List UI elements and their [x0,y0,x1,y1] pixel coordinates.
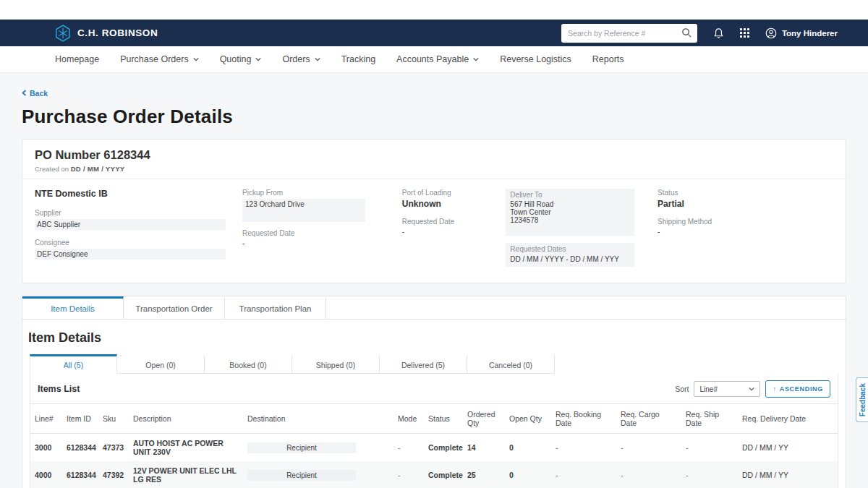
cell-status: Complete [424,461,463,488]
cell-status: Complete [424,434,463,462]
shipping-method-value: - [658,228,833,236]
cell-line: 3000 [30,434,62,462]
cell-destination: Recipient [243,434,393,462]
top-margin [0,0,868,20]
col-description: Description [129,404,243,434]
notifications-button[interactable] [713,27,724,39]
consignee-label: Consignee [35,239,242,247]
sort-label: Sort [675,385,689,393]
tab-transportation-order[interactable]: Transportation Order [124,296,225,319]
cell-req-ship-date: - [681,434,738,462]
status-label: Status [658,189,833,197]
requested-dates-block: Requested Dates DD / MM / YYYY - DD / MM… [506,243,634,267]
supplier-value: ABC Supplier [35,219,226,230]
nav-item-homepage[interactable]: Homepage [55,54,99,64]
tab-transportation-plan[interactable]: Transportation Plan [225,296,326,319]
col-req-delivery-date: Req. Delivery Date [738,404,838,434]
col-req-cargo-date: Req. Cargo Date [616,404,681,434]
cell-description: 12V POWER UNIT ELEC LHL LG RES [129,461,243,488]
order-type: NTE Domestic IB [35,189,242,199]
filter-tab-booked[interactable]: Booked (0) [205,354,292,374]
chrobinson-logo-icon [55,25,71,42]
pickup-from-label: Pickup From [242,189,402,197]
col-mode: Mode [393,404,424,434]
tab-item-details[interactable]: Item Details [22,296,124,319]
col-open-qty: Open Qty [505,404,551,434]
nav-item-quoting[interactable]: Quoting [220,54,262,64]
table-header-row: Line# Item ID Sku Description Destinatio… [30,404,838,434]
sort-select[interactable]: Line# [694,381,760,397]
filter-tab-all[interactable]: All (5) [30,354,117,374]
port-requested-date-label: Requested Date [402,218,506,226]
status-column: Status Partial Shipping Method - [658,189,833,268]
feedback-button[interactable]: Feedback [856,377,868,422]
cell-mode: - [393,434,424,462]
sort-selected-value: Line# [699,385,717,393]
brand[interactable]: C.H. ROBINSON [55,25,158,42]
pickup-column: Pickup From 123 Orchard Drive Requested … [242,189,402,268]
arrow-up-icon: ↑ [773,385,776,393]
cell-line: 4000 [30,461,62,488]
search-input[interactable] [561,24,697,43]
po-parties-column: NTE Domestic IB Supplier ABC Supplier Co… [35,189,242,268]
col-line: Line# [30,404,62,434]
user-menu[interactable]: Tony Hinderer [765,27,838,39]
cell-ordered-qty: 25 [463,461,505,488]
filter-tab-open[interactable]: Open (0) [117,354,205,374]
col-destination: Destination [243,404,393,434]
bell-icon [713,27,724,39]
cell-req-delivery-date: DD / MM / YY [738,461,838,488]
cell-open-qty: 0 [505,461,551,488]
cell-req-delivery-date: DD / MM / YY [738,434,838,462]
main-nav: Homepage Purchase Orders Quoting Orders … [0,46,868,73]
port-of-loading-column: Port of Loading Unknown Requested Date - [402,189,506,268]
po-summary-card: PO Number 6128344 Created on DD / MM / Y… [22,139,846,283]
col-sku: Sku [98,404,129,434]
cell-req-ship-date: - [681,461,738,488]
deliver-to-block: Deliver To 567 Hill Road Town Center 123… [506,189,634,236]
nav-item-tracking[interactable]: Tracking [341,54,375,64]
port-requested-date-value: - [402,228,506,236]
col-item-id: Item ID [62,404,98,434]
nav-item-reverse-logistics[interactable]: Reverse Logistics [500,54,571,64]
page-title: Purchase Order Details [22,106,846,128]
cell-destination: Recipient [243,461,393,488]
apps-grid-icon [740,28,749,38]
supplier-label: Supplier [35,209,242,217]
cell-req-booking-date: - [551,434,616,462]
cell-item-id: 6128344 [62,461,98,488]
filter-tab-shipped[interactable]: Shipped (0) [292,354,380,374]
filter-tab-delivered[interactable]: Delivered (5) [380,354,467,374]
shipping-method-label: Shipping Method [658,218,833,226]
po-number: PO Number 6128344 [35,148,833,162]
nav-item-orders[interactable]: Orders [282,54,320,64]
destination-value: Recipient [247,442,356,453]
cell-sku: 47373 [98,434,129,462]
sort-direction-button[interactable]: ↑ ASCENDING [765,380,830,398]
filter-tab-canceled[interactable]: Canceled (0) [467,354,555,374]
user-name: Tony Hinderer [782,29,838,38]
deliver-to-column: Deliver To 567 Hill Road Town Center 123… [506,189,658,268]
back-link[interactable]: Back [22,89,48,98]
table-row: 4000 6128344 47392 12V POWER UNIT ELEC L… [30,461,838,488]
back-chevron-icon [22,90,27,96]
destination-value: Recipient [247,470,356,481]
chevron-down-icon [315,56,320,62]
search-icon[interactable] [681,27,692,38]
col-req-booking-date: Req. Booking Date [551,404,616,434]
item-details-heading: Item Details [28,330,846,346]
cell-req-booking-date: - [551,461,616,488]
items-list-panel: Items List Sort Line# ↑ ASCENDING [30,374,838,488]
page-content: Back Purchase Order Details PO Number 61… [0,73,868,488]
requested-dates-value: DD / MM / YYYY - DD / MM / YYY [510,255,630,263]
cell-open-qty: 0 [505,434,551,462]
app-header: C.H. ROBINSON Tony Hinderer [0,20,868,46]
pickup-requested-date-label: Requested Date [242,229,402,237]
apps-menu-button[interactable] [740,28,749,38]
nav-item-purchase-orders[interactable]: Purchase Orders [120,54,198,64]
nav-item-reports[interactable]: Reports [592,54,624,64]
cell-item-id: 6128344 [62,434,98,462]
port-of-loading-value: Unknown [402,199,506,209]
cell-sku: 47392 [98,461,129,488]
nav-item-accounts-payable[interactable]: Accounts Payable [396,54,479,64]
